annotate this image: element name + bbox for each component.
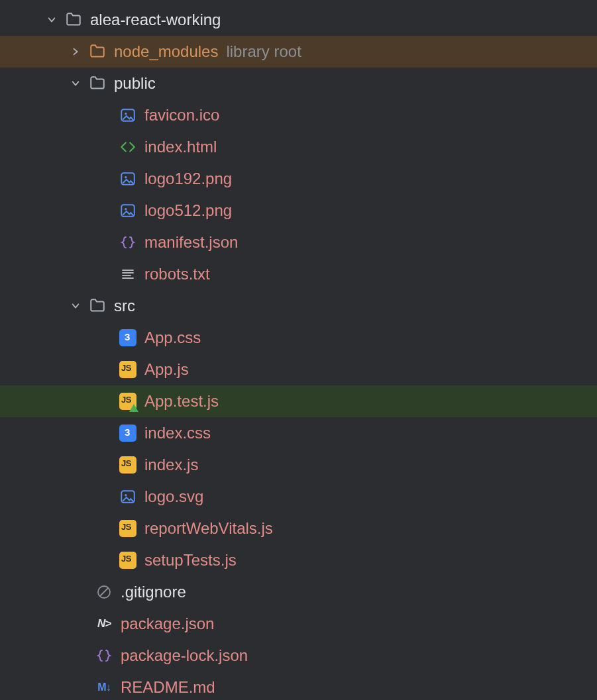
markdown-icon: M↓ xyxy=(95,679,113,696)
tree-row-src[interactable]: src xyxy=(0,290,597,322)
image-icon xyxy=(119,107,136,124)
file-label: README.md xyxy=(121,678,215,697)
tree-row-file[interactable]: favicon.ico xyxy=(0,99,597,131)
library-root-suffix: library root xyxy=(226,42,301,61)
tree-row-file[interactable]: M↓ README.md xyxy=(0,672,597,700)
chevron-down-icon[interactable] xyxy=(45,13,58,26)
css-icon xyxy=(119,425,136,442)
text-icon xyxy=(119,266,136,283)
file-label: package.json xyxy=(121,615,214,633)
css-icon xyxy=(119,329,136,346)
file-label: index.js xyxy=(144,456,198,474)
chevron-down-icon[interactable] xyxy=(69,299,82,313)
json-icon xyxy=(119,234,136,251)
file-label: logo512.png xyxy=(144,201,232,220)
folder-icon xyxy=(89,75,106,92)
tree-row-public[interactable]: public xyxy=(0,68,597,99)
tree-row-file[interactable]: logo512.png xyxy=(0,195,597,226)
folder-label: node_modules xyxy=(114,42,218,61)
tree-row-node-modules[interactable]: node_modules library root xyxy=(0,36,597,68)
tree-row-file[interactable]: App.css xyxy=(0,322,597,354)
js-icon xyxy=(119,520,136,537)
tree-row-file-selected[interactable]: App.test.js xyxy=(0,385,597,417)
svg-point-3 xyxy=(125,176,127,178)
file-label: logo.svg xyxy=(144,487,203,506)
html-icon xyxy=(119,138,136,156)
image-icon xyxy=(119,488,136,505)
file-label: App.test.js xyxy=(144,392,219,411)
file-label: manifest.json xyxy=(144,233,238,252)
folder-icon xyxy=(65,11,82,28)
npm-icon: N> xyxy=(95,615,113,632)
js-test-icon xyxy=(119,393,136,410)
tree-row-file[interactable]: logo.svg xyxy=(0,481,597,513)
file-label: index.html xyxy=(144,138,217,156)
tree-row-file[interactable]: robots.txt xyxy=(0,258,597,290)
js-icon xyxy=(119,456,136,474)
js-icon xyxy=(119,552,136,569)
chevron-down-icon[interactable] xyxy=(69,77,82,90)
file-label: setupTests.js xyxy=(144,551,237,570)
file-label: App.css xyxy=(144,328,201,347)
file-label: .gitignore xyxy=(121,583,186,601)
tree-row-root[interactable]: alea-react-working xyxy=(0,4,597,36)
file-label: robots.txt xyxy=(144,265,210,283)
tree-row-file[interactable]: logo192.png xyxy=(0,163,597,195)
tree-row-file[interactable]: N> package.json xyxy=(0,608,597,640)
tree-row-file[interactable]: package-lock.json xyxy=(0,640,597,672)
tree-row-file[interactable]: .gitignore xyxy=(0,576,597,608)
folder-label: public xyxy=(114,74,156,93)
file-label: App.js xyxy=(144,360,189,379)
folder-icon xyxy=(89,43,106,60)
tree-row-file[interactable]: reportWebVitals.js xyxy=(0,513,597,544)
file-label: favicon.ico xyxy=(144,106,219,125)
tree-row-file[interactable]: manifest.json xyxy=(0,226,597,258)
folder-label: src xyxy=(114,297,135,315)
image-icon xyxy=(119,202,136,219)
file-label: reportWebVitals.js xyxy=(144,519,273,538)
gitignore-icon xyxy=(95,583,113,601)
image-icon xyxy=(119,170,136,187)
tree-row-file[interactable]: index.css xyxy=(0,417,597,449)
tree-row-file[interactable]: App.js xyxy=(0,354,597,385)
tree-row-file[interactable]: setupTests.js xyxy=(0,544,597,576)
svg-point-1 xyxy=(125,113,127,115)
json-icon xyxy=(95,647,113,664)
file-label: logo192.png xyxy=(144,170,232,188)
folder-icon xyxy=(89,297,106,315)
js-icon xyxy=(119,361,136,378)
chevron-right-icon[interactable] xyxy=(69,45,82,58)
svg-point-5 xyxy=(125,208,127,210)
file-label: package-lock.json xyxy=(121,646,248,665)
file-label: index.css xyxy=(144,424,211,442)
tree-row-file[interactable]: index.html xyxy=(0,131,597,163)
folder-label: alea-react-working xyxy=(90,11,221,29)
tree-row-file[interactable]: index.js xyxy=(0,449,597,481)
project-tree: alea-react-working node_modules library … xyxy=(0,0,597,700)
svg-point-7 xyxy=(125,494,127,496)
